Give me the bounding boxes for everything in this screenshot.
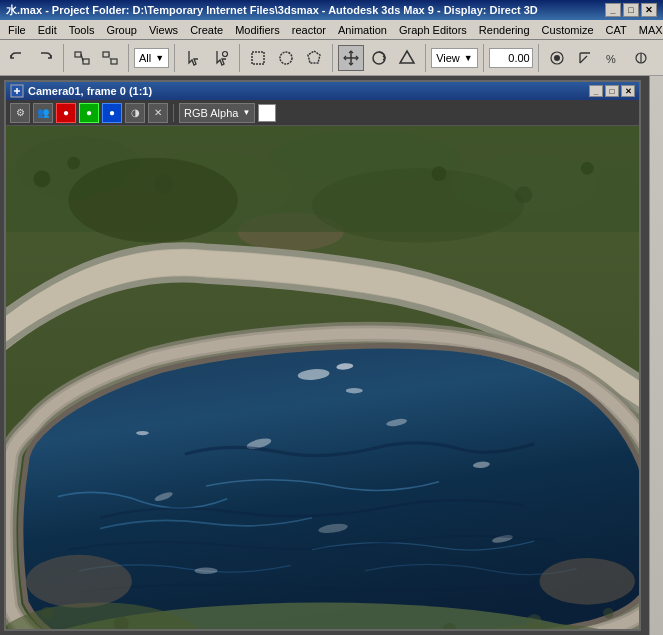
toolbar-separator-1 (63, 44, 64, 72)
main-toolbar: All ▼ View ▼ (0, 40, 663, 76)
viewport-area: Camera01, frame 0 (1:1) _ □ ✕ ⚙ 👥 ● ● ● … (0, 76, 663, 635)
toolbar-separator-7 (483, 44, 484, 72)
maximize-button[interactable]: □ (623, 3, 639, 17)
svg-point-43 (26, 555, 132, 608)
svg-point-36 (136, 431, 149, 435)
view-dropdown[interactable]: View ▼ (431, 48, 478, 68)
viewport-canvas[interactable] (6, 126, 639, 629)
unlink-button[interactable] (97, 45, 123, 71)
svg-point-44 (540, 558, 635, 605)
menu-group[interactable]: Group (100, 22, 143, 38)
svg-point-59 (527, 614, 542, 629)
select-region-button[interactable] (208, 45, 234, 71)
svg-point-50 (67, 157, 80, 170)
menu-graph-editors[interactable]: Graph Editors (393, 22, 473, 38)
viewport-title-controls: _ □ ✕ (589, 85, 635, 97)
redo-button[interactable] (32, 45, 58, 71)
circle-select-button[interactable] (273, 45, 299, 71)
svg-text:%: % (606, 53, 616, 65)
viewport-title: Camera01, frame 0 (1:1) (28, 85, 152, 97)
svg-point-51 (154, 175, 173, 194)
menu-maxscript[interactable]: MAXScript (633, 22, 663, 38)
coord-input[interactable] (489, 48, 533, 68)
viewport-icon (10, 84, 24, 98)
title-bar: 水.max - Project Folder: D:\Temporary Int… (0, 0, 663, 20)
toolbar-separator-8 (538, 44, 539, 72)
svg-rect-1 (83, 59, 89, 64)
dropdown-arrow-icon: ▼ (242, 108, 250, 117)
right-panel (649, 76, 663, 635)
view-label: View (436, 52, 460, 64)
move-button[interactable] (338, 45, 364, 71)
toolbar-separator-4 (239, 44, 240, 72)
poly-select-button[interactable] (301, 45, 327, 71)
menu-tools[interactable]: Tools (63, 22, 101, 38)
title-bar-controls: _ □ ✕ (605, 3, 657, 17)
vp-green-dot-button[interactable]: ● (79, 103, 99, 123)
svg-rect-0 (75, 52, 81, 57)
svg-marker-13 (400, 51, 414, 63)
vp-blue-dot-button[interactable]: ● (102, 103, 122, 123)
viewport-minimize-button[interactable]: _ (589, 85, 603, 97)
svg-point-34 (194, 568, 217, 574)
toolbar-separator-3 (174, 44, 175, 72)
svg-point-49 (33, 170, 50, 187)
svg-rect-3 (103, 52, 109, 57)
rgb-alpha-dropdown[interactable]: RGB Alpha ▼ (179, 103, 255, 123)
svg-point-52 (432, 166, 447, 181)
menu-cat[interactable]: CAT (600, 22, 633, 38)
menu-rendering[interactable]: Rendering (473, 22, 536, 38)
vp-people-button[interactable]: 👥 (33, 103, 53, 123)
svg-point-6 (223, 51, 228, 56)
svg-rect-4 (111, 59, 117, 64)
svg-marker-9 (308, 51, 320, 63)
rect-select-button[interactable] (245, 45, 271, 71)
select-filter-label: All (139, 52, 151, 64)
menu-create[interactable]: Create (184, 22, 229, 38)
minimize-button[interactable]: _ (605, 3, 621, 17)
svg-point-14 (554, 55, 560, 61)
svg-point-47 (68, 158, 237, 243)
undo-button[interactable] (4, 45, 30, 71)
svg-rect-7 (252, 52, 264, 64)
viewport-title-bar: Camera01, frame 0 (1:1) _ □ ✕ (6, 82, 639, 100)
toolbar-separator-6 (425, 44, 426, 72)
svg-point-54 (581, 162, 594, 175)
vp-half-button[interactable]: ◑ (125, 103, 145, 123)
snap-button[interactable] (544, 45, 570, 71)
menu-file[interactable]: File (2, 22, 32, 38)
scene-svg (6, 126, 639, 629)
select-tool-button[interactable] (180, 45, 206, 71)
rotate-button[interactable] (366, 45, 392, 71)
color-swatch[interactable] (258, 104, 276, 122)
menu-edit[interactable]: Edit (32, 22, 63, 38)
rgb-alpha-label: RGB Alpha (184, 107, 238, 119)
scale-button[interactable] (394, 45, 420, 71)
select-filter-dropdown[interactable]: All ▼ (134, 48, 169, 68)
svg-point-60 (603, 608, 614, 619)
vp-settings-button[interactable]: ⚙ (10, 103, 30, 123)
svg-point-37 (346, 388, 363, 393)
svg-point-48 (312, 168, 524, 242)
vp-x-button[interactable]: ✕ (148, 103, 168, 123)
menu-views[interactable]: Views (143, 22, 184, 38)
percent-snap-button[interactable]: % (600, 45, 626, 71)
viewport-window: Camera01, frame 0 (1:1) _ □ ✕ ⚙ 👥 ● ● ● … (4, 80, 641, 631)
viewport-close-button[interactable]: ✕ (621, 85, 635, 97)
menu-customize[interactable]: Customize (536, 22, 600, 38)
menu-bar: File Edit Tools Group Views Create Modif… (0, 20, 663, 40)
spinner-snap-button[interactable] (628, 45, 654, 71)
link-button[interactable] (69, 45, 95, 71)
vp-red-dot-button[interactable]: ● (56, 103, 76, 123)
menu-reactor[interactable]: reactor (286, 22, 332, 38)
menu-animation[interactable]: Animation (332, 22, 393, 38)
title-bar-text: 水.max - Project Folder: D:\Temporary Int… (6, 3, 605, 18)
viewport-container: Camera01, frame 0 (1:1) _ □ ✕ ⚙ 👥 ● ● ● … (0, 76, 649, 635)
svg-point-8 (280, 52, 292, 64)
menu-modifiers[interactable]: Modifiers (229, 22, 286, 38)
toolbar-separator-5 (332, 44, 333, 72)
close-button[interactable]: ✕ (641, 3, 657, 17)
toolbar-separator-2 (128, 44, 129, 72)
angle-snap-button[interactable] (572, 45, 598, 71)
viewport-maximize-button[interactable]: □ (605, 85, 619, 97)
